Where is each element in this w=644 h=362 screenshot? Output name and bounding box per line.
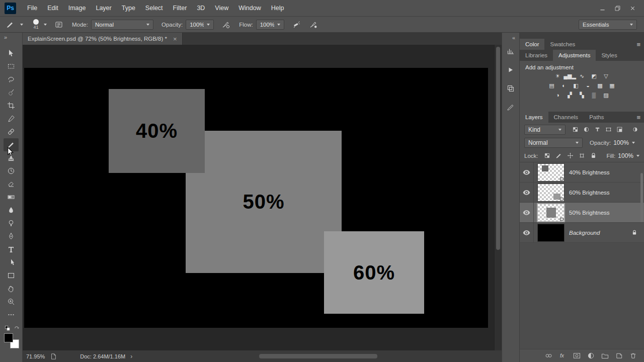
menu-item[interactable]: Image — [63, 0, 91, 17]
menu-item[interactable]: Filter — [168, 0, 192, 17]
layer-row[interactable]: 60% Brightness — [520, 183, 644, 203]
move-tool[interactable] — [4, 47, 19, 60]
levels-icon[interactable]: ▄▆▂ — [565, 72, 575, 80]
layer-opacity-select[interactable]: 100% — [613, 139, 635, 146]
layer-thumbnail[interactable] — [538, 204, 564, 221]
new-layer-icon[interactable] — [615, 351, 623, 360]
lock-all-icon[interactable] — [589, 152, 598, 160]
add-mask-icon[interactable] — [573, 351, 581, 360]
posterize-icon[interactable]: ▞ — [565, 92, 575, 99]
expand-panels-icon[interactable]: « — [512, 35, 515, 41]
spot-healing-brush-tool[interactable] — [4, 125, 19, 138]
zoom-tool[interactable] — [4, 295, 19, 308]
color-balance-icon[interactable]: ◐ — [559, 82, 569, 89]
layer-fill-select[interactable]: 100% — [618, 152, 639, 159]
type-tool[interactable] — [4, 243, 19, 256]
brightness-contrast-icon[interactable]: ☀ — [553, 72, 563, 80]
pressure-opacity-icon[interactable] — [221, 20, 231, 30]
panel-tab[interactable]: Libraries — [520, 50, 553, 61]
filter-type-layers-icon[interactable] — [593, 126, 602, 134]
clone-stamp-tool[interactable] — [4, 151, 19, 164]
history-brush-tool[interactable] — [4, 164, 19, 177]
panel-tab[interactable]: Paths — [584, 112, 609, 123]
layer-thumbnail[interactable] — [538, 164, 564, 181]
layer-row[interactable]: 40% Brightness — [520, 162, 644, 183]
curves-icon[interactable]: ∿ — [577, 72, 587, 80]
gradient-map-icon[interactable]: ▒ — [589, 92, 599, 99]
exposure-icon[interactable]: ◩ — [589, 72, 599, 80]
channel-mixer-icon[interactable]: ▩ — [595, 82, 605, 89]
tab-close-icon[interactable]: × — [173, 36, 177, 42]
filter-pixel-layers-icon[interactable] — [571, 126, 580, 134]
lock-image-icon[interactable] — [554, 152, 563, 160]
hue-saturation-icon[interactable]: ▤ — [547, 82, 557, 89]
layer-visibility-toggle[interactable] — [520, 183, 534, 202]
canvas-viewport[interactable]: 40%50%60% — [23, 45, 502, 350]
document-tab[interactable]: ExplainScreen.psd @ 72% (50% Brightness,… — [23, 33, 183, 45]
filter-shape-layers-icon[interactable] — [604, 126, 613, 134]
filter-adjustment-layers-icon[interactable] — [582, 126, 591, 134]
new-adjustment-icon[interactable] — [587, 351, 595, 360]
layer-row[interactable]: 50% Brightness — [520, 203, 644, 223]
clone-source-panel-icon[interactable] — [505, 83, 516, 94]
layer-thumbnail[interactable] — [538, 184, 564, 201]
layer-visibility-toggle[interactable] — [520, 203, 534, 222]
layer-blend-mode-select[interactable]: Normal — [524, 138, 583, 148]
brush-settings-panel-icon[interactable] — [505, 102, 516, 113]
brush-tool[interactable] — [4, 138, 19, 151]
pressure-size-icon[interactable] — [308, 20, 318, 30]
lock-artboard-icon[interactable] — [578, 152, 586, 160]
blur-tool[interactable] — [4, 204, 19, 217]
invert-icon[interactable]: ◑ — [553, 92, 563, 99]
panel-tab[interactable]: Adjustments — [553, 50, 596, 61]
quick-selection-tool[interactable] — [4, 86, 19, 99]
workspace-select[interactable]: Essentials — [579, 20, 637, 30]
status-flyout-chevron-icon[interactable]: › — [130, 353, 132, 360]
gradient-tool[interactable] — [4, 191, 19, 204]
delete-layer-icon[interactable] — [629, 351, 637, 360]
tool-preset-picker[interactable] — [5, 20, 23, 30]
close-window-icon[interactable] — [625, 1, 640, 15]
new-group-icon[interactable] — [601, 351, 609, 360]
layer-visibility-toggle[interactable] — [520, 162, 534, 182]
collapse-toolbar-icon[interactable]: » — [4, 34, 7, 40]
menu-item[interactable]: Help — [266, 0, 289, 17]
airbrush-icon[interactable] — [291, 20, 301, 30]
brush-preset-picker[interactable]: 41 — [33, 19, 47, 30]
threshold-icon[interactable]: ▚ — [577, 92, 587, 99]
vertical-scrollbar[interactable] — [494, 45, 502, 350]
menu-item[interactable]: Edit — [42, 0, 63, 17]
swap-colors-icon[interactable] — [13, 325, 20, 331]
zoom-level-field[interactable]: 71.95% — [26, 353, 45, 359]
panel-tab[interactable]: Styles — [596, 50, 622, 61]
filter-toggle-icon[interactable] — [631, 126, 639, 134]
lock-position-icon[interactable] — [566, 152, 575, 160]
selective-color-icon[interactable]: ▨ — [601, 92, 611, 99]
blend-mode-select[interactable]: Normal — [91, 20, 153, 30]
opacity-select[interactable]: 100% — [186, 20, 214, 30]
minimize-window-icon[interactable] — [595, 1, 610, 15]
dodge-tool[interactable] — [4, 217, 19, 230]
layer-effects-icon[interactable]: fx — [558, 351, 567, 360]
edit-toolbar-ellipsis[interactable] — [4, 308, 19, 321]
menu-item[interactable]: 3D — [192, 0, 210, 17]
eraser-tool[interactable] — [4, 177, 19, 191]
document-canvas[interactable]: 40%50%60% — [24, 68, 488, 328]
color-lookup-icon[interactable]: ▦ — [607, 82, 617, 89]
layer-thumbnail[interactable] — [538, 224, 564, 241]
menu-item[interactable]: View — [210, 0, 233, 17]
rectangle-tool[interactable] — [4, 269, 19, 282]
menu-item[interactable]: Select — [140, 0, 168, 17]
lasso-tool[interactable] — [4, 73, 19, 86]
path-selection-tool[interactable] — [4, 256, 19, 269]
lock-transparency-icon[interactable] — [543, 152, 551, 160]
panel-menu-icon[interactable]: ≡ — [636, 112, 640, 123]
panel-tab[interactable]: Layers — [520, 112, 548, 123]
menu-item[interactable]: Type — [117, 0, 140, 17]
default-colors-icon[interactable] — [4, 325, 11, 331]
rectangular-marquee-tool[interactable] — [4, 60, 19, 73]
foreground-color-swatch[interactable] — [4, 333, 13, 342]
restore-window-icon[interactable] — [610, 1, 625, 15]
eyedropper-tool[interactable] — [4, 112, 19, 125]
toggle-brush-panel-icon[interactable] — [54, 20, 64, 30]
